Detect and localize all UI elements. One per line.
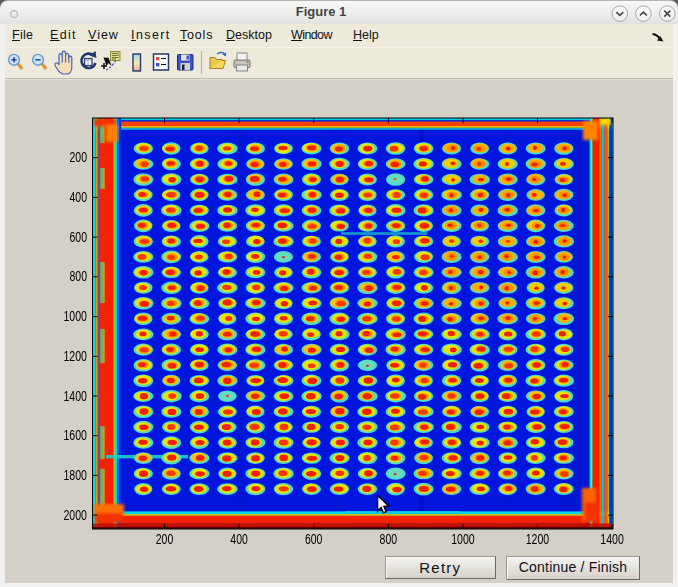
svg-text:600: 600 bbox=[70, 229, 88, 245]
svg-text:1800: 1800 bbox=[64, 467, 88, 483]
svg-text:200: 200 bbox=[70, 149, 88, 165]
svg-text:2000: 2000 bbox=[64, 507, 88, 523]
svg-text:1000: 1000 bbox=[64, 308, 88, 324]
svg-text:600: 600 bbox=[305, 531, 323, 547]
svg-text:1400: 1400 bbox=[600, 531, 624, 547]
svg-text:1200: 1200 bbox=[526, 531, 550, 547]
svg-text:1600: 1600 bbox=[64, 427, 88, 443]
svg-text:200: 200 bbox=[156, 531, 174, 547]
svg-text:800: 800 bbox=[70, 268, 88, 284]
svg-text:1000: 1000 bbox=[451, 531, 475, 547]
svg-text:1200: 1200 bbox=[64, 348, 88, 364]
svg-text:800: 800 bbox=[380, 531, 398, 547]
svg-text:400: 400 bbox=[230, 531, 248, 547]
svg-text:1400: 1400 bbox=[64, 388, 88, 404]
svg-text:400: 400 bbox=[70, 189, 88, 205]
